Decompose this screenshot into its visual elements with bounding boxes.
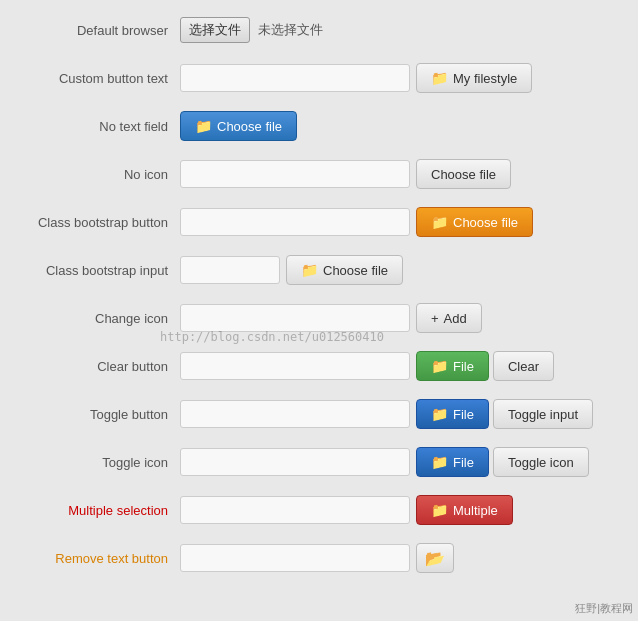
multiple-selection-btn[interactable]: Multiple xyxy=(416,495,513,525)
custom-button-text-btn[interactable]: My filestyle xyxy=(416,63,532,93)
no-icon-input[interactable] xyxy=(180,160,410,188)
custom-button-text-btn-label: My filestyle xyxy=(453,71,517,86)
change-icon-input[interactable] xyxy=(180,304,410,332)
toggle-input-btn[interactable]: Toggle input xyxy=(493,399,593,429)
label-default-browser: Default browser xyxy=(20,23,180,38)
plus-icon: + xyxy=(431,311,439,326)
toggle-icon-input[interactable] xyxy=(180,448,410,476)
folder-icon-5 xyxy=(431,358,448,374)
class-bootstrap-btn-label: Choose file xyxy=(453,215,518,230)
multiple-selection-btn-label: Multiple xyxy=(453,503,498,518)
remove-text-btn-input[interactable] xyxy=(180,544,410,572)
toggle-btn-input[interactable] xyxy=(180,400,410,428)
label-clear-button: Clear button xyxy=(20,359,180,374)
folder-icon-7 xyxy=(431,454,448,470)
folder-icon-6 xyxy=(431,406,448,422)
clear-btn-input[interactable] xyxy=(180,352,410,380)
label-no-text-field: No text field xyxy=(20,119,180,134)
class-bootstrap-input-btn[interactable]: Choose file xyxy=(286,255,403,285)
default-browser-widget: 选择文件 未选择文件 xyxy=(180,17,323,43)
toggle-icon-file-btn[interactable]: File xyxy=(416,447,489,477)
folder-icon-2 xyxy=(195,118,212,134)
row-no-icon: No icon Choose file xyxy=(20,154,618,194)
class-bootstrap-input-btn-label: Choose file xyxy=(323,263,388,278)
class-bootstrap-input-input[interactable] xyxy=(180,256,280,284)
label-no-icon: No icon xyxy=(20,167,180,182)
toggle-icon-btn-label: Toggle icon xyxy=(508,455,574,470)
row-toggle-button: Toggle button File Toggle input xyxy=(20,394,618,434)
row-remove-text-button: Remove text button 📂 xyxy=(20,538,618,578)
clear-btn-label: Clear xyxy=(508,359,539,374)
row-change-icon: Change icon + Add xyxy=(20,298,618,338)
row-class-bootstrap-button: Class bootstrap button Choose file xyxy=(20,202,618,242)
folder-icon-9: 📂 xyxy=(425,549,445,568)
toggle-icon-btn[interactable]: Toggle icon xyxy=(493,447,589,477)
custom-button-text-input[interactable] xyxy=(180,64,410,92)
label-multiple-selection: Multiple selection xyxy=(20,503,180,518)
no-text-field-btn-label: Choose file xyxy=(217,119,282,134)
label-custom-button-text: Custom button text xyxy=(20,71,180,86)
corner-label: 狂野|教程网 xyxy=(575,601,633,616)
toggle-icon-file-btn-label: File xyxy=(453,455,474,470)
label-class-bootstrap-input: Class bootstrap input xyxy=(20,263,180,278)
no-icon-btn[interactable]: Choose file xyxy=(416,159,511,189)
row-default-browser: Default browser 选择文件 未选择文件 xyxy=(20,10,618,50)
folder-icon-8 xyxy=(431,502,448,518)
label-change-icon: Change icon xyxy=(20,311,180,326)
label-remove-text-button: Remove text button xyxy=(20,551,180,566)
label-class-bootstrap-button: Class bootstrap button xyxy=(20,215,180,230)
row-toggle-icon: Toggle icon File Toggle icon xyxy=(20,442,618,482)
row-multiple-selection: Multiple selection Multiple xyxy=(20,490,618,530)
clear-btn[interactable]: Clear xyxy=(493,351,554,381)
no-icon-btn-label: Choose file xyxy=(431,167,496,182)
folder-icon xyxy=(431,70,448,86)
label-toggle-icon: Toggle icon xyxy=(20,455,180,470)
clear-file-btn[interactable]: File xyxy=(416,351,489,381)
row-custom-button-text: Custom button text My filestyle xyxy=(20,58,618,98)
toggle-file-btn-label: File xyxy=(453,407,474,422)
change-icon-btn[interactable]: + Add xyxy=(416,303,482,333)
no-file-text: 未选择文件 xyxy=(258,21,323,39)
label-toggle-button: Toggle button xyxy=(20,407,180,422)
toggle-file-btn[interactable]: File xyxy=(416,399,489,429)
change-icon-btn-label: Add xyxy=(444,311,467,326)
class-bootstrap-btn-input[interactable] xyxy=(180,208,410,236)
row-class-bootstrap-input: Class bootstrap input Choose file xyxy=(20,250,618,290)
folder-icon-3 xyxy=(431,214,448,230)
folder-icon-4 xyxy=(301,262,318,278)
toggle-input-btn-label: Toggle input xyxy=(508,407,578,422)
multiple-selection-input[interactable] xyxy=(180,496,410,524)
row-clear-button: Clear button File Clear xyxy=(20,346,618,386)
clear-file-btn-label: File xyxy=(453,359,474,374)
remove-text-folder-btn[interactable]: 📂 xyxy=(416,543,454,573)
row-no-text-field: No text field Choose file xyxy=(20,106,618,146)
class-bootstrap-btn[interactable]: Choose file xyxy=(416,207,533,237)
no-text-field-btn[interactable]: Choose file xyxy=(180,111,297,141)
main-container: Default browser 选择文件 未选择文件 Custom button… xyxy=(0,0,638,596)
native-file-button[interactable]: 选择文件 xyxy=(180,17,250,43)
